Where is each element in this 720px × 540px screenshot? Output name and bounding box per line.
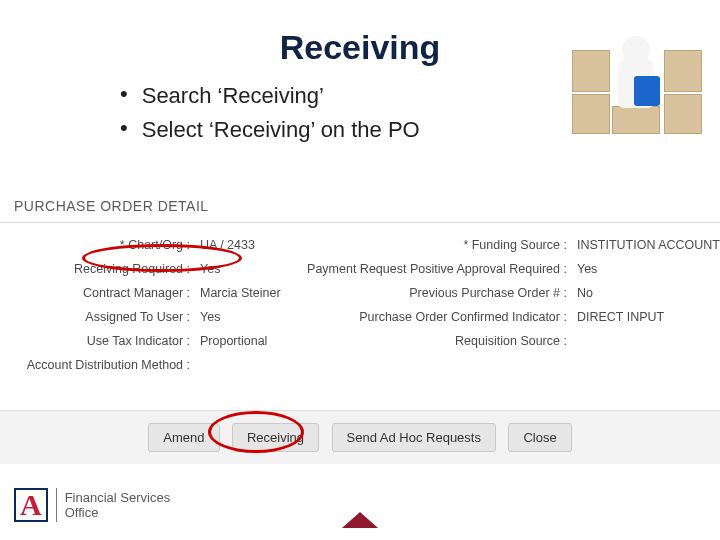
panel-heading: PURCHASE ORDER DETAIL: [0, 192, 720, 222]
field-label: Assigned To User :: [0, 305, 190, 329]
field-value: DIRECT INPUT: [577, 305, 720, 329]
field-value: No: [577, 281, 720, 305]
field-value: Yes: [200, 305, 281, 329]
bullet-text: Select ‘Receiving’ on the PO: [142, 115, 420, 145]
field-label: Use Tax Indicator :: [0, 329, 190, 353]
footer-line1: Financial Services: [65, 490, 171, 505]
close-button[interactable]: Close: [508, 423, 571, 452]
footer-office-name: Financial Services Office: [65, 490, 171, 520]
bullet-icon: •: [120, 81, 128, 107]
footer-logo: A Financial Services Office: [14, 488, 170, 522]
field-value: Marcia Steiner: [200, 281, 281, 305]
bullet-icon: •: [120, 115, 128, 141]
action-bar: Amend Receiving Send Ad Hoc Requests Clo…: [0, 410, 720, 464]
triangle-accent-icon: [342, 512, 378, 528]
amend-button[interactable]: Amend: [148, 423, 219, 452]
field-label: Receiving Required :: [0, 257, 190, 281]
bullet-text: Search ‘Receiving’: [142, 81, 324, 111]
detail-right-column: * Funding Source : Payment Request Posit…: [297, 233, 720, 377]
field-label: Account Distribution Method :: [0, 353, 190, 377]
receiving-button[interactable]: Receiving: [232, 423, 319, 452]
divider: [56, 488, 57, 522]
field-label: Contract Manager :: [0, 281, 190, 305]
field-value: Yes: [200, 257, 281, 281]
boxes-figure-illustration: [572, 18, 702, 138]
field-value: Proportional: [200, 329, 281, 353]
field-label: * Funding Source :: [297, 233, 567, 257]
ua-logo-icon: A: [14, 488, 48, 522]
field-value: INSTITUTION ACCOUNT: [577, 233, 720, 257]
detail-left-column: * Chart/Org : Receiving Required : Contr…: [0, 233, 297, 377]
field-label: Purchase Order Confirmed Indicator :: [297, 305, 567, 329]
field-value: Yes: [577, 257, 720, 281]
field-label: * Chart/Org :: [0, 233, 190, 257]
field-label: Previous Purchase Order # :: [297, 281, 567, 305]
field-value: UA / 2433: [200, 233, 281, 257]
purchase-order-detail-panel: PURCHASE ORDER DETAIL * Chart/Org : Rece…: [0, 192, 720, 395]
field-label: Payment Request Positive Approval Requir…: [297, 257, 567, 281]
send-adhoc-button[interactable]: Send Ad Hoc Requests: [332, 423, 496, 452]
footer-line2: Office: [65, 505, 171, 520]
field-label: Requisition Source :: [297, 329, 567, 353]
